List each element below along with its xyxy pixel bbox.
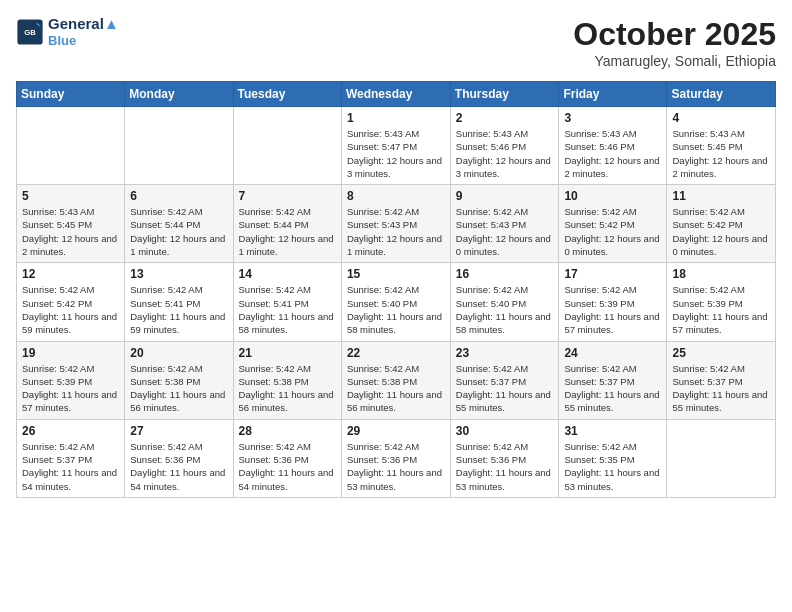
day-number: 17 [564, 267, 661, 281]
page-header: GB General▲ Blue October 2025 Yamarugley… [16, 16, 776, 69]
day-number: 5 [22, 189, 119, 203]
day-number: 12 [22, 267, 119, 281]
weekday-header: Thursday [450, 82, 559, 107]
logo: GB General▲ Blue [16, 16, 119, 48]
calendar-cell: 7Sunrise: 5:42 AMSunset: 5:44 PMDaylight… [233, 185, 341, 263]
calendar-cell: 31Sunrise: 5:42 AMSunset: 5:35 PMDayligh… [559, 419, 667, 497]
day-number: 29 [347, 424, 445, 438]
day-number: 10 [564, 189, 661, 203]
calendar-cell: 13Sunrise: 5:42 AMSunset: 5:41 PMDayligh… [125, 263, 233, 341]
calendar-cell: 5Sunrise: 5:43 AMSunset: 5:45 PMDaylight… [17, 185, 125, 263]
weekday-header: Sunday [17, 82, 125, 107]
day-number: 9 [456, 189, 554, 203]
day-number: 16 [456, 267, 554, 281]
logo-text: General▲ Blue [48, 16, 119, 48]
day-number: 19 [22, 346, 119, 360]
calendar-cell [233, 107, 341, 185]
day-number: 11 [672, 189, 770, 203]
day-number: 14 [239, 267, 336, 281]
location-title: Yamarugley, Somali, Ethiopia [573, 53, 776, 69]
day-info: Sunrise: 5:42 AMSunset: 5:37 PMDaylight:… [22, 440, 119, 493]
calendar-cell: 3Sunrise: 5:43 AMSunset: 5:46 PMDaylight… [559, 107, 667, 185]
calendar-cell: 21Sunrise: 5:42 AMSunset: 5:38 PMDayligh… [233, 341, 341, 419]
weekday-header: Tuesday [233, 82, 341, 107]
weekday-header: Wednesday [341, 82, 450, 107]
calendar-week-row: 12Sunrise: 5:42 AMSunset: 5:42 PMDayligh… [17, 263, 776, 341]
day-info: Sunrise: 5:42 AMSunset: 5:37 PMDaylight:… [564, 362, 661, 415]
title-area: October 2025 Yamarugley, Somali, Ethiopi… [573, 16, 776, 69]
calendar-cell: 20Sunrise: 5:42 AMSunset: 5:38 PMDayligh… [125, 341, 233, 419]
calendar-cell: 14Sunrise: 5:42 AMSunset: 5:41 PMDayligh… [233, 263, 341, 341]
day-info: Sunrise: 5:42 AMSunset: 5:40 PMDaylight:… [456, 283, 554, 336]
calendar-cell: 23Sunrise: 5:42 AMSunset: 5:37 PMDayligh… [450, 341, 559, 419]
day-info: Sunrise: 5:43 AMSunset: 5:45 PMDaylight:… [22, 205, 119, 258]
weekday-header: Saturday [667, 82, 776, 107]
day-number: 1 [347, 111, 445, 125]
day-info: Sunrise: 5:42 AMSunset: 5:42 PMDaylight:… [22, 283, 119, 336]
calendar-cell: 24Sunrise: 5:42 AMSunset: 5:37 PMDayligh… [559, 341, 667, 419]
calendar-cell: 6Sunrise: 5:42 AMSunset: 5:44 PMDaylight… [125, 185, 233, 263]
day-info: Sunrise: 5:42 AMSunset: 5:44 PMDaylight:… [239, 205, 336, 258]
calendar-cell [667, 419, 776, 497]
day-number: 23 [456, 346, 554, 360]
calendar-cell: 4Sunrise: 5:43 AMSunset: 5:45 PMDaylight… [667, 107, 776, 185]
day-info: Sunrise: 5:42 AMSunset: 5:35 PMDaylight:… [564, 440, 661, 493]
calendar-cell: 10Sunrise: 5:42 AMSunset: 5:42 PMDayligh… [559, 185, 667, 263]
weekday-header: Monday [125, 82, 233, 107]
day-info: Sunrise: 5:42 AMSunset: 5:42 PMDaylight:… [564, 205, 661, 258]
calendar-week-row: 1Sunrise: 5:43 AMSunset: 5:47 PMDaylight… [17, 107, 776, 185]
logo-icon: GB [16, 18, 44, 46]
day-info: Sunrise: 5:42 AMSunset: 5:41 PMDaylight:… [239, 283, 336, 336]
calendar-table: SundayMondayTuesdayWednesdayThursdayFrid… [16, 81, 776, 498]
day-number: 27 [130, 424, 227, 438]
day-info: Sunrise: 5:42 AMSunset: 5:37 PMDaylight:… [672, 362, 770, 415]
day-number: 28 [239, 424, 336, 438]
calendar-cell: 17Sunrise: 5:42 AMSunset: 5:39 PMDayligh… [559, 263, 667, 341]
day-number: 20 [130, 346, 227, 360]
calendar-cell: 16Sunrise: 5:42 AMSunset: 5:40 PMDayligh… [450, 263, 559, 341]
calendar-week-row: 5Sunrise: 5:43 AMSunset: 5:45 PMDaylight… [17, 185, 776, 263]
day-number: 6 [130, 189, 227, 203]
month-title: October 2025 [573, 16, 776, 53]
day-info: Sunrise: 5:42 AMSunset: 5:36 PMDaylight:… [239, 440, 336, 493]
day-number: 8 [347, 189, 445, 203]
day-info: Sunrise: 5:42 AMSunset: 5:43 PMDaylight:… [456, 205, 554, 258]
day-info: Sunrise: 5:42 AMSunset: 5:43 PMDaylight:… [347, 205, 445, 258]
calendar-cell: 25Sunrise: 5:42 AMSunset: 5:37 PMDayligh… [667, 341, 776, 419]
calendar-cell: 26Sunrise: 5:42 AMSunset: 5:37 PMDayligh… [17, 419, 125, 497]
day-number: 31 [564, 424, 661, 438]
calendar-cell: 1Sunrise: 5:43 AMSunset: 5:47 PMDaylight… [341, 107, 450, 185]
calendar-cell: 9Sunrise: 5:42 AMSunset: 5:43 PMDaylight… [450, 185, 559, 263]
day-number: 25 [672, 346, 770, 360]
day-info: Sunrise: 5:42 AMSunset: 5:39 PMDaylight:… [22, 362, 119, 415]
day-info: Sunrise: 5:43 AMSunset: 5:45 PMDaylight:… [672, 127, 770, 180]
day-number: 4 [672, 111, 770, 125]
calendar-cell: 28Sunrise: 5:42 AMSunset: 5:36 PMDayligh… [233, 419, 341, 497]
day-info: Sunrise: 5:42 AMSunset: 5:39 PMDaylight:… [672, 283, 770, 336]
day-number: 13 [130, 267, 227, 281]
day-info: Sunrise: 5:42 AMSunset: 5:36 PMDaylight:… [130, 440, 227, 493]
day-info: Sunrise: 5:42 AMSunset: 5:38 PMDaylight:… [239, 362, 336, 415]
weekday-header-row: SundayMondayTuesdayWednesdayThursdayFrid… [17, 82, 776, 107]
day-info: Sunrise: 5:42 AMSunset: 5:39 PMDaylight:… [564, 283, 661, 336]
calendar-week-row: 19Sunrise: 5:42 AMSunset: 5:39 PMDayligh… [17, 341, 776, 419]
calendar-cell [17, 107, 125, 185]
day-number: 18 [672, 267, 770, 281]
day-number: 24 [564, 346, 661, 360]
day-number: 26 [22, 424, 119, 438]
calendar-cell: 11Sunrise: 5:42 AMSunset: 5:42 PMDayligh… [667, 185, 776, 263]
weekday-header: Friday [559, 82, 667, 107]
day-number: 2 [456, 111, 554, 125]
day-info: Sunrise: 5:42 AMSunset: 5:42 PMDaylight:… [672, 205, 770, 258]
day-number: 30 [456, 424, 554, 438]
day-info: Sunrise: 5:42 AMSunset: 5:36 PMDaylight:… [456, 440, 554, 493]
day-info: Sunrise: 5:42 AMSunset: 5:40 PMDaylight:… [347, 283, 445, 336]
calendar-cell: 18Sunrise: 5:42 AMSunset: 5:39 PMDayligh… [667, 263, 776, 341]
calendar-cell: 27Sunrise: 5:42 AMSunset: 5:36 PMDayligh… [125, 419, 233, 497]
day-info: Sunrise: 5:43 AMSunset: 5:46 PMDaylight:… [456, 127, 554, 180]
calendar-cell [125, 107, 233, 185]
day-info: Sunrise: 5:43 AMSunset: 5:46 PMDaylight:… [564, 127, 661, 180]
calendar-cell: 15Sunrise: 5:42 AMSunset: 5:40 PMDayligh… [341, 263, 450, 341]
calendar-cell: 12Sunrise: 5:42 AMSunset: 5:42 PMDayligh… [17, 263, 125, 341]
calendar-cell: 22Sunrise: 5:42 AMSunset: 5:38 PMDayligh… [341, 341, 450, 419]
